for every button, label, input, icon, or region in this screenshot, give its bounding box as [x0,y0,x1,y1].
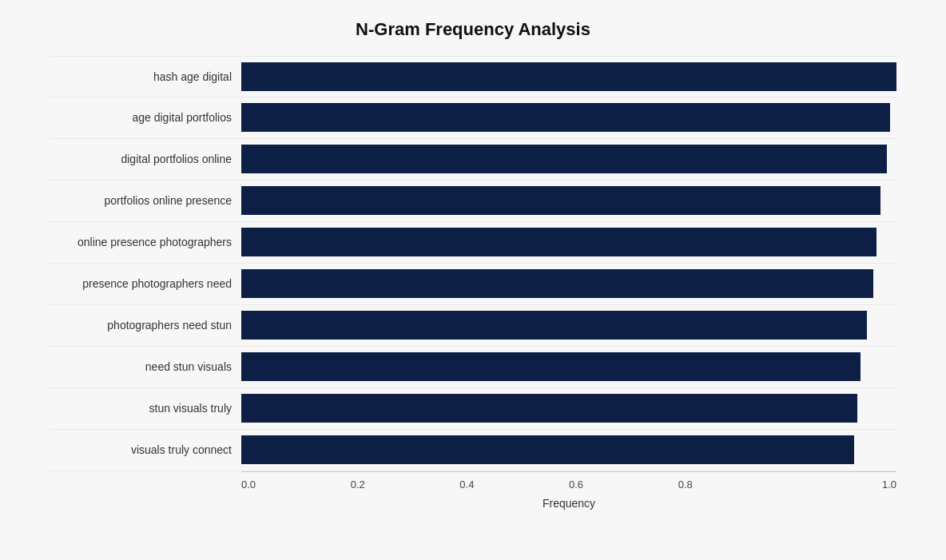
bar-track [241,228,896,256]
bar-fill [241,103,890,132]
bar-fill [241,228,876,256]
chart-title: N-Gram Frequency Analysis [50,19,896,40]
x-tick: 0.2 [351,479,460,490]
bar-label: photographers need stun [50,319,241,332]
bar-track [241,311,896,340]
bar-row: age digital portfolios [50,97,896,139]
bar-fill [241,145,887,173]
bar-label: online presence photographers [50,236,241,248]
bar-fill [241,62,896,91]
bar-row: portfolios online presence [50,181,896,222]
bar-label: presence photographers need [50,277,241,290]
bar-fill [241,435,854,464]
bar-label: hash age digital [50,70,241,83]
bar-row: stun visuals truly [50,388,896,430]
x-tick: 0.6 [569,479,678,490]
bar-track [241,269,896,298]
bar-label: need stun visuals [50,360,241,373]
bar-track [241,103,896,132]
bar-fill [241,311,867,340]
bar-row: photographers need stun [50,305,896,347]
bar-track [241,352,896,381]
bar-label: digital portfolios online [50,153,241,165]
x-tick: 0.8 [678,479,788,490]
bar-label: visuals truly connect [50,443,241,456]
x-tick: 0.4 [459,479,569,490]
bar-fill [241,394,857,423]
bar-row: digital portfolios online [50,139,896,181]
bar-label: stun visuals truly [50,402,241,415]
x-axis: 0.00.20.40.60.81.0 [241,479,896,490]
x-tick: 0.0 [241,479,351,490]
bar-row: visuals truly connect [50,430,896,471]
bar-row: need stun visuals [50,347,896,388]
bar-track [241,62,896,91]
bar-track [241,145,896,173]
bar-row: presence photographers need [50,264,896,305]
bar-fill [241,269,873,298]
bar-fill [241,186,880,215]
bar-track [241,435,896,464]
chart-container: N-Gram Frequency Analysis hash age digit… [34,3,912,558]
bar-row: online presence photographers [50,222,896,264]
x-axis-label: Frequency [241,497,896,510]
chart-area: hash age digitalage digital portfoliosdi… [50,56,896,471]
bar-row: hash age digital [50,56,896,97]
x-tick: 1.0 [787,479,896,490]
bar-track [241,394,896,423]
bar-fill [241,352,861,381]
bar-track [241,186,896,215]
bar-label: age digital portfolios [50,111,241,124]
bar-label: portfolios online presence [50,194,241,207]
x-axis-line [241,471,896,472]
